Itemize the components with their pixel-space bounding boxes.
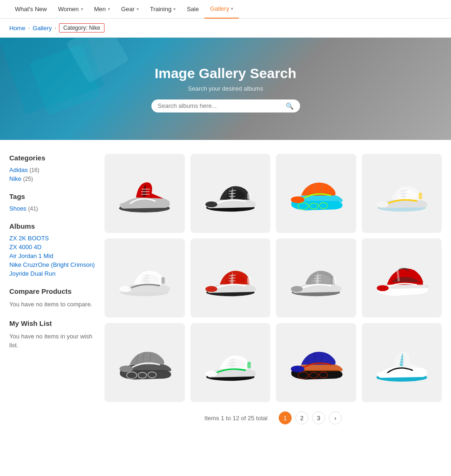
svg-point-40 (291, 286, 303, 292)
search-bar: 🔍 (151, 99, 300, 112)
gallery-item[interactable] (362, 323, 442, 402)
breadcrumb-home[interactable]: Home (9, 25, 26, 32)
svg-point-54 (205, 370, 217, 377)
page-3-button[interactable]: 3 (312, 411, 325, 424)
breadcrumb: Home › Gallery › Category: Nike (0, 19, 451, 38)
svg-rect-23 (418, 192, 422, 199)
gallery-item[interactable] (105, 323, 185, 402)
svg-point-28 (119, 286, 131, 292)
page-next-button[interactable]: › (329, 411, 342, 424)
breadcrumb-sep-1: › (28, 25, 30, 31)
album-cruzrone[interactable]: Nike CruzrOne (Bright Crimson) (9, 261, 95, 268)
hero-title: Image Gallery Search (155, 66, 296, 81)
gallery-item[interactable] (276, 323, 356, 402)
list-item: ZX 4000 4D (9, 244, 95, 251)
page-2-button[interactable]: 2 (295, 411, 308, 424)
nav-gear[interactable]: Gear▾ (116, 0, 144, 19)
album-zx2k[interactable]: ZX 2K BOOTS (9, 235, 49, 242)
hero-banner: Image Gallery Search Search your desired… (0, 38, 451, 140)
gallery-item[interactable] (190, 238, 271, 317)
svg-point-9 (205, 201, 217, 207)
sidebar-wishlist: My Wish List You have no items in your w… (9, 319, 95, 350)
category-adidas[interactable]: Adidas (16) (9, 166, 39, 173)
chevron-down-icon: ▾ (108, 7, 110, 12)
pagination: Items 1 to 12 of 25 total 1 2 3 › (105, 402, 442, 429)
sidebar-compare: Compare Products You have no items to co… (9, 287, 95, 309)
compare-heading: Compare Products (9, 287, 95, 295)
gallery-section: Items 1 to 12 of 25 total 1 2 3 › (105, 154, 442, 429)
sidebar-tags: Tags Shoes (41) (9, 192, 95, 212)
list-item: Nike CruzrOne (Bright Crimson) (9, 261, 95, 268)
nav-whats-new[interactable]: What's New (9, 0, 52, 19)
hero-subtitle: Search your desired albums (188, 85, 263, 92)
chevron-down-icon: ▾ (231, 6, 233, 11)
list-item: Nike (25) (9, 175, 95, 182)
list-item: Joyride Dual Run (9, 270, 95, 277)
svg-rect-55 (247, 362, 250, 369)
category-nike[interactable]: Nike (25) (9, 175, 33, 182)
svg-point-42 (377, 285, 389, 291)
svg-point-62 (291, 365, 304, 372)
page-1-button[interactable]: 1 (279, 411, 292, 424)
chevron-down-icon: ▾ (81, 7, 83, 12)
categories-list: Adidas (16) Nike (25) (9, 166, 95, 182)
list-item: Adidas (16) (9, 166, 95, 173)
breadcrumb-gallery[interactable]: Gallery (33, 25, 52, 32)
gallery-item[interactable] (190, 154, 271, 233)
categories-heading: Categories (9, 154, 95, 162)
svg-rect-41 (333, 277, 336, 284)
nav-women[interactable]: Women▾ (52, 0, 89, 19)
album-airjordan[interactable]: Air Jordan 1 Mid (9, 252, 53, 259)
sidebar-albums: Albums ZX 2K BOOTS ZX 4000 4D Air Jordan… (9, 222, 95, 277)
album-joyride[interactable]: Joyride Dual Run (9, 270, 56, 277)
gallery-grid (105, 154, 442, 402)
tag-shoes[interactable]: Shoes (41) (9, 205, 38, 212)
nav-training[interactable]: Training▾ (144, 0, 181, 19)
gallery-item[interactable] (362, 238, 442, 317)
sidebar-categories: Categories Adidas (16) Nike (25) (9, 154, 95, 182)
gallery-item[interactable] (362, 154, 442, 233)
breadcrumb-current: Category: Nike (59, 23, 104, 33)
tags-list: Shoes (41) (9, 205, 95, 212)
main-nav: What's New Women▾ Men▾ Gear▾ Training▾ S… (0, 0, 451, 19)
svg-rect-29 (162, 277, 165, 284)
svg-line-52 (229, 363, 235, 363)
svg-line-32 (229, 278, 235, 278)
tags-heading: Tags (9, 192, 95, 200)
svg-line-20 (400, 193, 407, 194)
svg-rect-10 (247, 192, 250, 199)
nav-sale[interactable]: Sale (181, 0, 204, 19)
album-zx4000[interactable]: ZX 4000 4D (9, 244, 41, 251)
nav-gallery[interactable]: Gallery▾ (204, 0, 239, 19)
svg-point-34 (205, 286, 217, 292)
albums-list: ZX 2K BOOTS ZX 4000 4D Air Jordan 1 Mid … (9, 235, 95, 277)
svg-point-17 (291, 196, 304, 203)
svg-point-4 (119, 202, 131, 208)
gallery-item[interactable] (190, 323, 271, 402)
list-item: Shoes (41) (9, 205, 95, 212)
compare-text: You have no items to compare. (9, 300, 95, 309)
svg-point-67 (377, 371, 389, 377)
pagination-info: Items 1 to 12 of 25 total (204, 415, 268, 422)
wishlist-heading: My Wish List (9, 319, 95, 327)
search-input[interactable] (158, 102, 286, 109)
main-content: Categories Adidas (16) Nike (25) Tags (0, 140, 451, 443)
gallery-item[interactable] (276, 238, 356, 317)
svg-point-22 (377, 201, 389, 207)
nav-men[interactable]: Men▾ (89, 0, 116, 19)
chevron-down-icon: ▾ (137, 7, 139, 12)
list-item: ZX 2K BOOTS (9, 235, 95, 242)
svg-rect-35 (247, 277, 250, 284)
svg-point-49 (119, 365, 133, 372)
gallery-item[interactable] (105, 238, 185, 317)
svg-line-38 (314, 278, 321, 278)
chevron-down-icon: ▾ (173, 7, 176, 12)
svg-line-7 (229, 193, 235, 194)
svg-line-26 (143, 278, 150, 278)
gallery-item[interactable] (276, 154, 356, 233)
gallery-item[interactable] (105, 154, 185, 233)
search-icon: 🔍 (286, 102, 294, 110)
list-item: Air Jordan 1 Mid (9, 252, 95, 259)
wishlist-text: You have no items in your wish list. (9, 332, 95, 350)
sidebar: Categories Adidas (16) Nike (25) Tags (9, 154, 95, 429)
